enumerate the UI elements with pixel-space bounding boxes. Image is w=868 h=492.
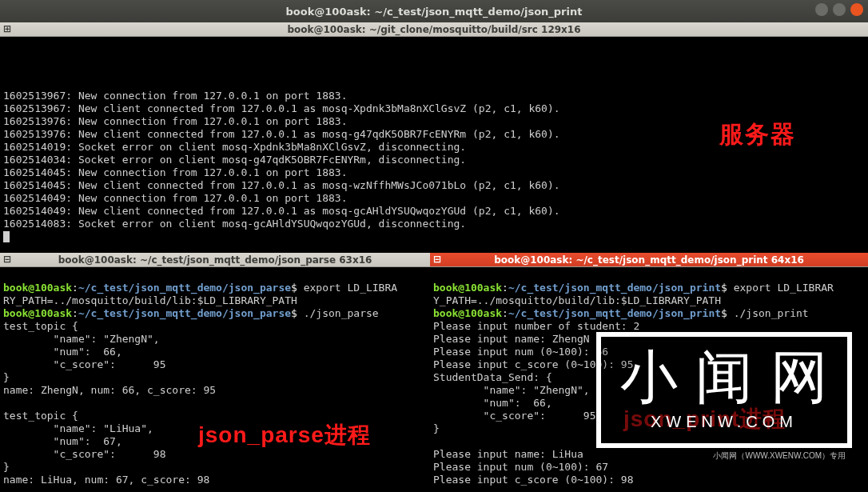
- prompt-user: book@100ask: [3, 282, 72, 294]
- cursor: [3, 231, 10, 242]
- out-line: "name": "LiHua",: [3, 422, 153, 434]
- top-pane-title-text: book@100ask: ~/git_clone/mosquitto/build…: [287, 24, 580, 35]
- out-line: "num": 66,: [3, 346, 122, 358]
- out-line: }: [433, 422, 440, 434]
- prompt-path: ~/c_test/json_mqtt_demo/json_parse: [78, 307, 291, 319]
- out-line: Please input c_score (0~100): 98: [433, 474, 633, 486]
- log-line: 1602514019: Socket error on client mosq-…: [3, 141, 466, 153]
- prompt-user: book@100ask: [433, 307, 502, 319]
- prompt-path: ~/c_test/json_mqtt_demo/json_print: [508, 282, 721, 294]
- cmd-cont: Y_PATH=../mosquitto/build/lib:$LD_LIBRAR…: [433, 294, 721, 306]
- cmd: ./json_print: [734, 307, 809, 319]
- log-line: 1602513967: New connection from 127.0.0.…: [3, 90, 347, 102]
- minimize-button[interactable]: [815, 3, 828, 16]
- out-line: Please input number of student: 2: [433, 320, 639, 332]
- log-line: 1602514045: New client connected from 12…: [3, 179, 560, 191]
- out-line: StudentData_Send: {: [433, 371, 552, 383]
- split-icon: ⊟: [3, 254, 11, 265]
- log-line: 1602514083: Socket error on client mosq-…: [3, 218, 466, 230]
- out-line: "name": "ZhengN",: [3, 333, 160, 345]
- out-line: name: LiHua, num: 67, c_score: 98: [3, 474, 209, 486]
- out-line: name: ZhengN, num: 66, c_score: 95: [3, 384, 216, 396]
- window-buttons: [815, 3, 863, 16]
- out-line: Please input name: ZhengN: [433, 333, 590, 345]
- out-line: }: [3, 371, 10, 383]
- right-pane-title-text: book@100ask: ~/c_test/json_mqtt_demo/jso…: [494, 254, 804, 266]
- prompt-path: ~/c_test/json_mqtt_demo/json_print: [508, 307, 721, 319]
- maximize-button[interactable]: [833, 3, 846, 16]
- split-icon: ⊟: [433, 254, 441, 265]
- window-title: book@100ask: ~/c_test/json_mqtt_demo/jso…: [286, 6, 583, 18]
- left-pane-title-text: book@100ask: ~/c_test/json_mqtt_demo/jso…: [58, 254, 372, 266]
- out-line: Please input name: LiHua: [433, 448, 583, 460]
- log-line: 1602513967: New client connected from 12…: [3, 102, 560, 114]
- right-terminal[interactable]: book@100ask:~/c_test/json_mqtt_demo/json…: [430, 267, 868, 492]
- left-pane-titlebar[interactable]: ⊟ book@100ask: ~/c_test/json_mqtt_demo/j…: [0, 253, 430, 267]
- out-line: "c_score": 95: [433, 410, 596, 422]
- left-terminal[interactable]: book@100ask:~/c_test/json_mqtt_demo/json…: [0, 267, 430, 492]
- log-line: 1602514045: New connection from 127.0.0.…: [3, 166, 347, 178]
- out-line: "num": 66,: [433, 397, 552, 409]
- top-terminal[interactable]: 1602513967: New connection from 127.0.0.…: [0, 37, 868, 253]
- log-line: 1602514049: New connection from 127.0.0.…: [3, 192, 347, 204]
- out-line: "name": "ZhengN",: [433, 384, 590, 396]
- prompt-user: book@100ask: [433, 282, 502, 294]
- cmd-cont: RY_PATH=../mosquitto/build/lib:$LD_LIBRA…: [3, 294, 297, 306]
- out-line: "c_score": 95: [3, 358, 166, 370]
- prompt-path: ~/c_test/json_mqtt_demo/json_parse: [78, 282, 291, 294]
- cmd: export LD_LIBRAR: [734, 282, 834, 294]
- out-line: Please input num (0~100): 67: [433, 461, 608, 473]
- log-line: 1602513976: New connection from 127.0.0.…: [3, 115, 347, 127]
- out-line: Please input num (0~100): 66: [433, 346, 608, 358]
- out-line: Please input c_score (0~100): 95: [433, 358, 633, 370]
- out-line: test_topic {: [3, 320, 78, 332]
- cmd: export LD_LIBRA: [304, 282, 397, 294]
- top-pane-titlebar[interactable]: ⊞ book@100ask: ~/git_clone/mosquitto/bui…: [0, 22, 868, 37]
- split-icon: ⊞: [3, 23, 11, 34]
- log-line: 1602513976: New client connected from 12…: [3, 128, 560, 140]
- out-line: test_topic {: [3, 410, 78, 422]
- close-button[interactable]: [850, 3, 863, 16]
- log-line: 1602514049: New client connected from 12…: [3, 205, 560, 217]
- cmd: ./json_parse: [304, 307, 379, 319]
- out-line: "num": 67,: [3, 435, 122, 447]
- prompt-user: book@100ask: [3, 307, 72, 319]
- window-titlebar: book@100ask: ~/c_test/json_mqtt_demo/jso…: [0, 0, 868, 22]
- out-line: "c_score": 98: [3, 448, 166, 460]
- log-line: 1602514034: Socket error on client mosq-…: [3, 154, 466, 166]
- out-line: }: [3, 461, 10, 473]
- right-pane-titlebar[interactable]: ⊟ book@100ask: ~/c_test/json_mqtt_demo/j…: [430, 253, 868, 267]
